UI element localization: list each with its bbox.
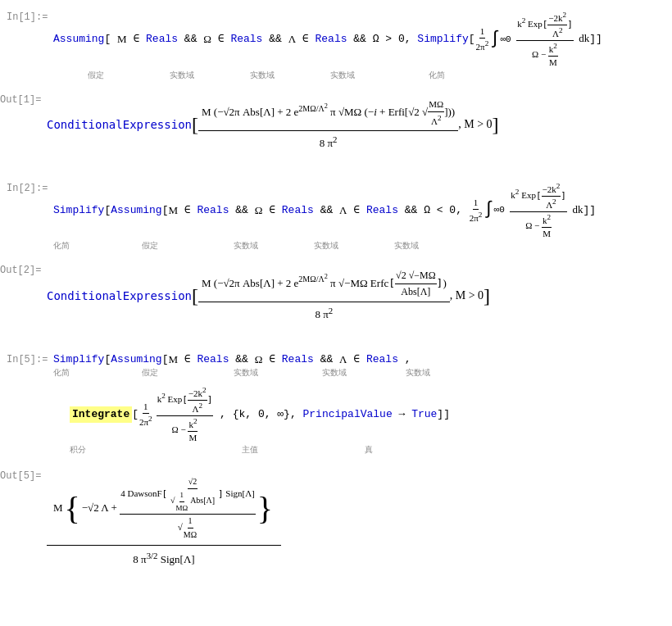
input-row-1: In[1]:= Assuming[ M ∈ Reals && Ω ∈ Reals… — [0, 8, 672, 83]
in5-ann2: 积分 主值 真 — [53, 444, 665, 456]
assuming-kw: Assuming — [53, 32, 104, 47]
in2-math: Simplify[ Assuming[ M ∈ Reals && Ω ∈ Rea… — [53, 181, 665, 241]
input-row-2: In[2]:= Simplify[ Assuming[ M ∈ Reals &&… — [0, 179, 672, 254]
assuming2-kw: Assuming — [111, 203, 161, 218]
in5-label: In[5]:= — [7, 352, 52, 365]
integrate-kw: Integrate — [70, 406, 132, 423]
ann2-reals-1: 实数域 — [234, 240, 291, 252]
reals-kw-1: Reals — [146, 32, 178, 47]
out1-row: Out[1]= ConditionalExpression [ M (−√2π … — [0, 91, 672, 160]
cell-in5: In[5]:= Simplify[ Assuming[ M ∈ Reals &&… — [0, 351, 672, 578]
in2-content: Simplify[ Assuming[ M ∈ Reals && Ω ∈ Rea… — [52, 181, 665, 252]
out5-math: M { −√2 Λ + 4 DawsonF[ √2√1MΩ Abs[Λ] ] — [47, 469, 672, 575]
simplify2-kw: Simplify — [53, 203, 104, 218]
out5-label: Out[5]= — [0, 469, 45, 482]
input-row-5: In[5]:= Simplify[ Assuming[ M ∈ Reals &&… — [0, 351, 672, 458]
in2-label: In[2]:= — [7, 181, 52, 194]
out1-content: ConditionalExpression [ M (−√2π Abs[Λ] +… — [45, 93, 672, 158]
out2-label: Out[2]= — [0, 263, 45, 276]
cell-in1: In[1]:= Assuming[ M ∈ Reals && Ω ∈ Reals… — [0, 8, 672, 168]
out5-fraction: M { −√2 Λ + 4 DawsonF[ √2√1MΩ Abs[Λ] ] — [47, 472, 281, 572]
in1-content: Assuming[ M ∈ Reals && Ω ∈ Reals && Λ ∈ … — [52, 10, 665, 81]
in1-label: In[1]:= — [7, 10, 52, 23]
out2-row: Out[2]= ConditionalExpression [ M (−√2π … — [0, 261, 672, 331]
notebook: In[1]:= Assuming[ M ∈ Reals && Ω ∈ Reals… — [0, 0, 672, 592]
reals-kw-2: Reals — [230, 32, 262, 47]
reals-kw-3: Reals — [316, 32, 347, 47]
simplify-kw: Simplify — [417, 32, 468, 47]
in5-content: Simplify[ Assuming[ M ∈ Reals && Ω ∈ Rea… — [52, 352, 665, 456]
out2-fraction: M (−√2π Abs[Λ] + 2 e2MΩ/Λ2 π √−MΩ Erfc[√… — [198, 266, 450, 326]
in1-math: Assuming[ M ∈ Reals && Ω ∈ Reals && Λ ∈ … — [53, 10, 665, 70]
ann-reals-3: 实数域 — [330, 70, 388, 81]
in2-annotations: 化简 假定 实数域 实数域 实数域 — [53, 240, 665, 252]
out1-label: Out[1]= — [0, 93, 45, 106]
in1-annotations: 假定 实数域 实数域 实数域 化简 — [53, 70, 665, 81]
out2-math: ConditionalExpression [ M (−√2π Abs[Λ] +… — [47, 263, 672, 329]
ann2-reals-2: 实数域 — [314, 240, 371, 252]
ann-simplify: 化简 — [429, 70, 486, 81]
cell-in2: In[2]:= Simplify[ Assuming[ M ∈ Reals &&… — [0, 179, 672, 339]
out5-content: M { −√2 Λ + 4 DawsonF[ √2√1MΩ Abs[Λ] ] — [45, 469, 672, 575]
ann2-reals-3: 实数域 — [394, 240, 452, 252]
ann-assuming: 假定 — [88, 70, 145, 81]
ann-reals-2: 实数域 — [250, 70, 307, 81]
out5-row: Out[5]= M { −√2 Λ + — [0, 467, 672, 577]
out1-math: ConditionalExpression [ M (−√2π Abs[Λ] +… — [47, 93, 672, 158]
ann2-simplify: 化简 — [53, 240, 111, 252]
in5-line1: Simplify[ Assuming[ M ∈ Reals && Ω ∈ Rea… — [53, 352, 665, 367]
ann2-assuming: 假定 — [142, 240, 199, 252]
in5-ann1: 化简 假定 实数域 实数域 实数域 — [53, 367, 665, 379]
out1-fraction: M (−√2π Abs[Λ] + 2 e2MΩ/Λ2 π √MΩ (−i + E… — [198, 96, 458, 155]
in5-line2: Integrate[ 12π2 k2 Exp[−2k2Λ2] Ω − k2M ,… — [70, 385, 665, 445]
ann-reals-1: 实数域 — [170, 70, 227, 81]
out2-content: ConditionalExpression [ M (−√2π Abs[Λ] +… — [45, 263, 672, 329]
